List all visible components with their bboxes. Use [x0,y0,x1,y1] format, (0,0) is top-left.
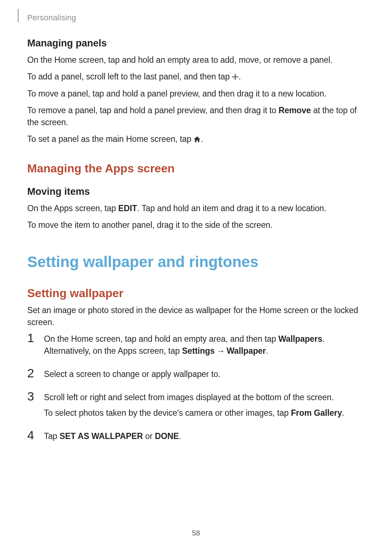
heading-managing-panels: Managing panels [27,38,365,49]
text: . Tap and hold an item and drag it to a … [137,204,326,213]
text: . [201,134,203,144]
para-managing-panels-2: To add a panel, scroll left to the last … [27,71,365,84]
page-content: Personalising Managing panels On the Hom… [0,0,392,446]
step-body: Tap SET AS WALLPAPER or DONE. [44,430,365,446]
steps-list: 1 On the Home screen, tap and hold an em… [27,333,365,446]
para-setting-wallpaper-intro: Set an image or photo stored in the devi… [27,304,365,329]
step-text: To select photos taken by the device's c… [44,407,365,419]
header-rule [18,9,19,22]
step-body: Select a screen to change or apply wallp… [44,368,365,384]
text: To remove a panel, tap and hold a panel … [27,106,279,115]
bold-edit: EDIT [118,204,137,213]
page-number: 58 [0,529,392,537]
step-number: 2 [27,367,44,379]
text: To select photos taken by the device's c… [44,408,291,418]
text: Tap [44,431,60,441]
step-4: 4 Tap SET AS WALLPAPER or DONE. [27,430,365,446]
heading-wallpaper-ringtones: Setting wallpaper and ringtones [27,253,365,271]
bold-remove: Remove [279,106,311,115]
bold-set-wallpaper: SET AS WALLPAPER [60,431,143,441]
para-managing-panels-4: To remove a panel, tap and hold a panel … [27,104,365,129]
para-managing-panels-5: To set a panel as the main Home screen, … [27,133,365,146]
text: On the Apps screen, tap [27,204,118,213]
text: On the Home screen, tap and hold an empt… [44,334,278,344]
arrow-icon: → [215,346,226,356]
step-2: 2 Select a screen to change or apply wal… [27,368,365,384]
step-text: Select a screen to change or apply wallp… [44,368,365,381]
bold-settings: Settings [182,346,215,356]
heading-setting-wallpaper: Setting wallpaper [27,287,365,300]
para-managing-panels-1: On the Home screen, tap and hold an empt… [27,54,365,66]
step-number: 3 [27,390,44,402]
bold-from-gallery: From Gallery [291,408,342,418]
step-number: 4 [27,429,44,441]
heading-moving-items: Moving items [27,186,365,197]
step-body: Scroll left or right and select from ima… [44,391,365,423]
step-body: On the Home screen, tap and hold an empt… [44,333,365,361]
text: To set a panel as the main Home screen, … [27,134,193,144]
text: . [342,408,344,418]
plus-icon [232,71,238,84]
step-3: 3 Scroll left or right and select from i… [27,391,365,423]
text: or [143,431,155,441]
step-text: On the Home screen, tap and hold an empt… [44,333,365,357]
step-text: Scroll left or right and select from ima… [44,391,365,404]
step-number: 1 [27,332,44,344]
section-label: Personalising [27,13,365,22]
para-moving-items-1: On the Apps screen, tap EDIT. Tap and ho… [27,202,365,215]
bold-done: DONE [155,431,179,441]
text: . [179,431,181,441]
text: To add a panel, scroll left to the last … [27,72,232,81]
bold-wallpapers: Wallpapers [278,334,322,344]
text: . [266,346,268,356]
heading-managing-apps: Managing the Apps screen [27,162,365,175]
para-moving-items-2: To move the item to another panel, drag … [27,219,365,231]
step-text: Tap SET AS WALLPAPER or DONE. [44,430,365,443]
page-header: Personalising [27,0,365,22]
para-managing-panels-3: To move a panel, tap and hold a panel pr… [27,88,365,100]
home-icon [193,134,201,146]
step-1: 1 On the Home screen, tap and hold an em… [27,333,365,361]
bold-wallpaper: Wallpaper [226,346,266,356]
text: . [238,72,241,81]
